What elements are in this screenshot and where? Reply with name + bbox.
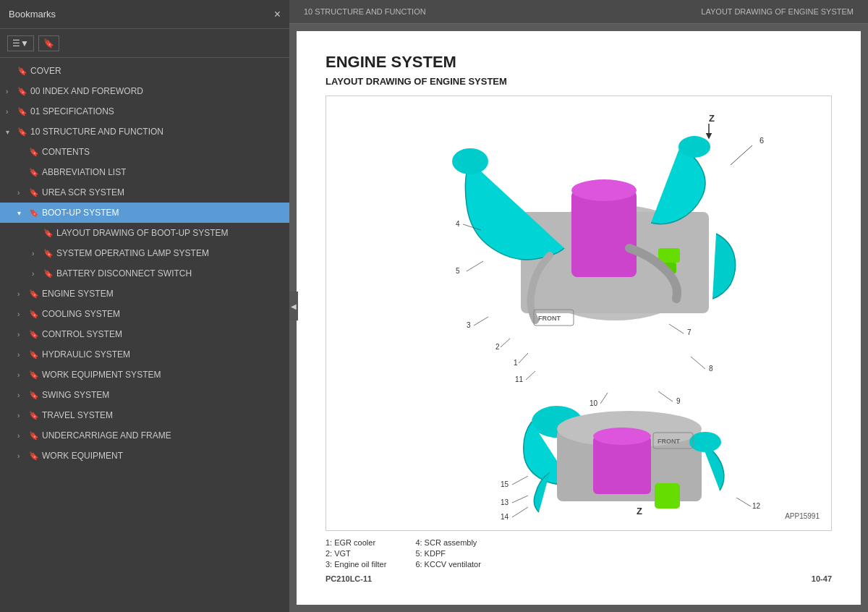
bookmark-icon: 🔖 [17, 107, 27, 116]
bookmarks-title: Bookmarks [9, 9, 56, 20]
bookmarks-header: Bookmarks × [0, 0, 289, 29]
bookmark-icon: 🔖 [29, 289, 39, 299]
expand-arrow-icon: › [17, 351, 26, 359]
bookmark-item-battery[interactable]: ›🔖BATTERY DISCONNECT SWITCH [0, 263, 289, 284]
doc-footer: PC210LC-11 10-47 [326, 574, 832, 583]
bookmark-label: UNDERCARRIAGE AND FRAME [42, 430, 171, 441]
svg-point-38 [593, 428, 651, 445]
bookmark-item-hydraulic[interactable]: ›🔖HYDRAULIC SYSTEM [0, 344, 289, 365]
bookmark-item-sys_lamp[interactable]: ›🔖SYSTEM OPERATING LAMP SYSTEM [0, 243, 289, 263]
svg-line-50 [736, 498, 751, 506]
bookmark-icon: 🔖 [43, 229, 54, 238]
bookmark-label: SWING SYSTEM [42, 390, 109, 400]
bookmark-item-contents[interactable]: 🔖CONTENTS [0, 142, 289, 162]
expand-arrow-icon: › [6, 88, 14, 95]
svg-text:Z: Z [709, 113, 715, 124]
bookmark-icon: 🔖 [17, 127, 27, 137]
svg-line-15 [467, 261, 483, 271]
expand-arrow-icon: › [17, 331, 26, 339]
list-view-icon: ☰▼ [12, 38, 29, 48]
bookmark-label: BOOT-UP SYSTEM [42, 208, 119, 218]
bookmark-label: WORK EQUIPMENT SYSTEM [42, 370, 161, 380]
svg-line-21 [501, 339, 510, 347]
bookmark-item-specs[interactable]: ›🔖01 SPECIFICATIONS [0, 101, 289, 122]
svg-text:5: 5 [456, 267, 460, 275]
bookmark-item-layout_bootup[interactable]: 🔖LAYOUT DRAWING OF BOOT-UP SYSTEM [0, 223, 289, 243]
svg-line-46 [512, 507, 528, 517]
expand-arrow-icon: › [32, 250, 41, 258]
bookmark-item-structure[interactable]: ▾🔖10 STRUCTURE AND FUNCTION [0, 122, 289, 142]
expand-arrow-icon: › [17, 189, 26, 197]
bookmarks-toolbar: ☰▼ 🔖 [0, 29, 289, 58]
bookmark-label: LAYOUT DRAWING OF BOOT-UP SYSTEM [56, 228, 229, 238]
bookmark-item-swing[interactable]: ›🔖SWING SYSTEM [0, 385, 289, 405]
collapse-panel-button[interactable]: ◀ [289, 292, 298, 320]
svg-point-9 [571, 179, 637, 201]
page-subtitle: LAYOUT DRAWING OF ENGINE SYSTEM [326, 76, 832, 87]
expand-arrow-icon: › [6, 108, 14, 116]
bookmark-label: BATTERY DISCONNECT SWITCH [56, 268, 192, 279]
bookmark-item-work_equip[interactable]: ›🔖WORK EQUIPMENT SYSTEM [0, 365, 289, 385]
expand-arrow-icon: › [17, 371, 26, 379]
bookmark-label: UREA SCR SYSTEM [42, 187, 124, 197]
svg-text:9: 9 [676, 397, 681, 405]
bookmark-label: ABBREVIATION LIST [42, 167, 126, 177]
svg-text:6: 6 [760, 136, 764, 145]
doc-header-right: LAYOUT DRAWING OF ENGINE SYSTEM [701, 7, 854, 16]
bookmark-icon: 🔖 [29, 148, 39, 157]
document-content[interactable]: ENGINE SYSTEM LAYOUT DRAWING OF ENGINE S… [297, 31, 861, 605]
expand-arrow-icon: › [17, 432, 26, 440]
bookmark-item-urea[interactable]: ›🔖UREA SCR SYSTEM [0, 182, 289, 203]
legend-item: 4: SCR assembly [415, 538, 480, 547]
close-button[interactable]: × [274, 9, 281, 20]
bookmark-item-cooling[interactable]: ›🔖COOLING SYSTEM [0, 304, 289, 324]
svg-text:4: 4 [456, 220, 460, 228]
svg-text:Z: Z [637, 506, 642, 517]
svg-text:10: 10 [590, 399, 598, 407]
svg-text:7: 7 [687, 328, 692, 336]
legend-col-2: 4: SCR assembly 5: KDPF 6: KCCV ventilat… [415, 538, 480, 569]
bookmark-item-bootup[interactable]: ▾🔖BOOT-UP SYSTEM [0, 203, 289, 223]
svg-text:3: 3 [467, 321, 471, 329]
bookmark-item-engine[interactable]: ›🔖ENGINE SYSTEM [0, 284, 289, 304]
bookmarks-panel: Bookmarks × ☰▼ 🔖 🔖COVER›🔖00 INDEX AND FO… [0, 0, 289, 612]
bookmark-item-work_equipment[interactable]: ›🔖WORK EQUIPMENT [0, 446, 289, 466]
page-title: ENGINE SYSTEM [326, 53, 832, 72]
bookmark-icon: 🔖 [17, 67, 27, 76]
expand-arrow-icon: › [17, 391, 26, 399]
bookmark-label: TRAVEL SYSTEM [42, 410, 113, 420]
bookmark-item-cover[interactable]: 🔖COVER [0, 61, 289, 81]
svg-line-23 [519, 353, 528, 363]
bookmark-item-travel[interactable]: ›🔖TRAVEL SYSTEM [0, 405, 289, 425]
bookmark-icon: 🔖 [43, 269, 54, 279]
doc-footer-right: 10-47 [812, 574, 832, 583]
svg-text:14: 14 [501, 513, 509, 521]
bookmark-label: CONTROL SYSTEM [42, 329, 122, 339]
legend-item: 5: KDPF [415, 549, 480, 558]
legend-item: 6: KCCV ventilator [415, 560, 480, 569]
bookmark-icon: 🔖 [29, 451, 39, 461]
document-panel: 10 STRUCTURE AND FUNCTION LAYOUT DRAWING… [289, 0, 868, 612]
bookmark-item-undercarriage[interactable]: ›🔖UNDERCARRIAGE AND FRAME [0, 425, 289, 446]
list-view-button[interactable]: ☰▼ [7, 35, 34, 51]
expand-arrow-icon: › [17, 290, 26, 298]
bookmark-label: 01 SPECIFICATIONS [30, 106, 114, 116]
bookmark-icon: 🔖 [29, 330, 39, 339]
engine-diagram-container: Z 6 [326, 95, 832, 531]
bookmark-label: COOLING SYSTEM [42, 309, 120, 319]
bookmark-item-abbrev[interactable]: 🔖ABBREVIATION LIST [0, 162, 289, 182]
bookmark-icon: 🔖 [29, 411, 39, 420]
bookmark-label: CONTENTS [42, 147, 90, 157]
bookmark-icon: 🔖 [29, 188, 39, 197]
svg-text:15: 15 [501, 480, 509, 488]
bookmark-item-control[interactable]: ›🔖CONTROL SYSTEM [0, 324, 289, 344]
legend-item: 3: Engine oil filter [326, 560, 386, 569]
svg-text:13: 13 [501, 498, 509, 506]
svg-text:FRONT: FRONT [538, 315, 561, 322]
bookmark-icon: 🔖 [29, 208, 39, 218]
bookmark-button[interactable]: 🔖 [38, 35, 59, 51]
svg-point-39 [689, 432, 721, 452]
expand-arrow-icon: ▾ [6, 128, 14, 136]
svg-rect-8 [571, 190, 637, 277]
bookmark-item-index[interactable]: ›🔖00 INDEX AND FOREWORD [0, 81, 289, 101]
